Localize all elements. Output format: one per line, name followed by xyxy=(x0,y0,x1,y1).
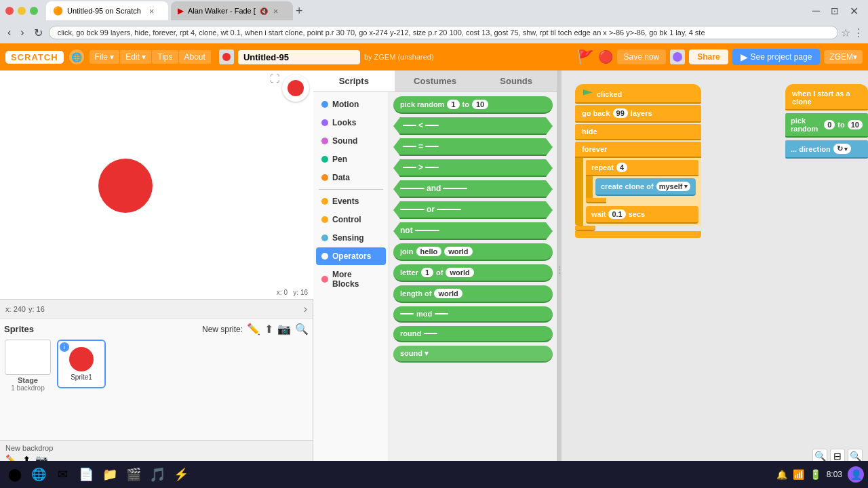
browser-address-row: ‹ › ↻ click, go bck 99 layers, hide, for… xyxy=(0,22,868,43)
browser-tab-active[interactable]: 🟠 Untitled-95 on Scratch × xyxy=(46,1,168,20)
block-create-clone[interactable]: create clone of myself ▾ xyxy=(595,178,696,196)
block-round[interactable]: round xyxy=(393,326,553,342)
paint-sprite-btn[interactable]: ✏️ xyxy=(247,323,260,336)
taskbar-files-btn[interactable]: 📁 xyxy=(99,464,121,485)
scratch-header: SCRATCH 🌐 File ▾ Edit ▾ Tips About by ZG… xyxy=(0,43,868,70)
block-less-than[interactable]: < xyxy=(393,117,553,135)
search-sprite-btn[interactable]: 🔍 xyxy=(295,323,309,336)
window-close-icon[interactable]: ✕ xyxy=(846,3,863,19)
save-now-button[interactable]: Save now xyxy=(617,49,667,64)
sprites-header: Sprites New sprite: ✏️ ⬆ 📷 🔍 xyxy=(4,323,309,336)
nav-file[interactable]: File ▾ xyxy=(90,50,120,64)
block-sound[interactable]: sound ▾ xyxy=(393,346,553,363)
tab2-close-icon[interactable]: × xyxy=(273,6,279,16)
taskbar-wifi-icon[interactable]: 📶 xyxy=(793,469,804,480)
block-not[interactable]: not xyxy=(393,222,553,240)
nav-tips[interactable]: Tips xyxy=(152,50,178,64)
block-letter-of[interactable]: letter 1 of world xyxy=(393,264,553,282)
stage-item[interactable]: Stage 1 backdrop xyxy=(4,340,52,392)
extensions-icon[interactable]: ⋮ xyxy=(853,26,864,39)
scratch-logo[interactable]: SCRATCH xyxy=(5,51,64,64)
close-window-btn[interactable] xyxy=(5,7,14,15)
globe-icon[interactable]: 🌐 xyxy=(69,49,84,64)
stage-thumb xyxy=(5,340,51,375)
tab1-close-icon[interactable]: × xyxy=(149,6,155,16)
see-project-button[interactable]: ▶ See project page xyxy=(732,49,821,65)
taskbar-docs-btn[interactable]: 📄 xyxy=(75,464,97,485)
minimize-window-btn[interactable] xyxy=(18,7,26,15)
project-name-input[interactable] xyxy=(238,50,360,64)
camera-sprite-btn[interactable]: 📷 xyxy=(277,323,291,336)
tab-costumes[interactable]: Costumes xyxy=(395,70,476,92)
block-go-back-layers[interactable]: go back 99 layers xyxy=(575,105,701,123)
block-mod[interactable]: mod xyxy=(393,306,553,323)
new-tab-button[interactable]: + xyxy=(293,4,306,18)
taskbar-music-btn[interactable]: 🎵 xyxy=(146,464,168,485)
block-join[interactable]: join hello world xyxy=(393,243,553,261)
user-badge[interactable]: ZGEM▾ xyxy=(824,50,863,64)
browser-tab-inactive[interactable]: ▶ Alan Walker - Fade [ 🔇 × xyxy=(171,1,293,20)
upload-sprite-btn[interactable]: ⬆ xyxy=(264,323,273,336)
taskbar-chrome-btn[interactable]: 🌐 xyxy=(28,464,50,485)
sprite1-dot xyxy=(69,347,94,371)
share-button[interactable]: Share xyxy=(689,49,728,64)
expand-arrow[interactable]: › xyxy=(304,303,307,315)
taskbar-avatar[interactable]: 👤 xyxy=(848,466,864,483)
cat-events[interactable]: Events xyxy=(316,192,386,210)
taskbar-time: 8:03 xyxy=(827,470,842,479)
block-pick-random[interactable]: pick random 1 to 10 xyxy=(393,96,553,114)
script-stack-1: clicked go back 99 layers hide forever xyxy=(575,84,701,238)
cat-control[interactable]: Control xyxy=(316,211,386,228)
window-minimize-icon[interactable]: ─ xyxy=(808,3,824,18)
bookmark-icon[interactable]: ☆ xyxy=(841,26,850,39)
green-flag-header[interactable]: 🚩 xyxy=(577,49,594,65)
blocks-panel: Motion Looks Sound Pen xyxy=(313,92,557,469)
stage-canvas: x: 0 y: 16 ⛶ xyxy=(0,70,313,300)
block-when-clicked[interactable]: clicked xyxy=(575,84,701,104)
sprites-list: Stage 1 backdrop i Sprite1 xyxy=(4,340,309,392)
taskbar-video-btn[interactable]: 🎬 xyxy=(123,464,144,485)
stage-name: Stage xyxy=(18,376,38,384)
window-restore-icon[interactable]: ⊡ xyxy=(827,4,843,18)
taskbar-games-btn[interactable]: ⚡ xyxy=(170,464,192,485)
reload-button[interactable]: ↻ xyxy=(31,25,46,41)
block-repeat[interactable]: repeat 4 create clone of xyxy=(586,160,698,203)
cat-operators[interactable]: Operators xyxy=(316,247,386,265)
nav-edit[interactable]: Edit ▾ xyxy=(120,50,151,64)
stage-expand-btn[interactable]: ⛶ xyxy=(270,73,279,84)
block-and[interactable]: and xyxy=(393,180,553,198)
cat-looks[interactable]: Looks xyxy=(316,114,386,131)
taskbar-gmail-btn[interactable]: ✉ xyxy=(52,464,73,485)
block-direction[interactable]: ... direction ↻ ▾ xyxy=(785,140,868,159)
block-length-of[interactable]: length of world xyxy=(393,285,553,303)
tab-scripts[interactable]: Scripts xyxy=(313,70,395,92)
block-equals[interactable]: = xyxy=(393,138,553,156)
block-forever[interactable]: forever repeat 4 xyxy=(575,142,701,238)
sprite1-item[interactable]: i Sprite1 xyxy=(57,340,106,388)
address-bar[interactable]: click, go bck 99 layers, hide, forever, … xyxy=(49,26,838,39)
tab-sounds[interactable]: Sounds xyxy=(475,70,557,92)
block-greater-than[interactable]: > xyxy=(393,159,553,177)
taskbar-notification-icon[interactable]: 🔔 xyxy=(776,470,787,480)
cat-motion[interactable]: Motion xyxy=(316,96,386,113)
back-button[interactable]: ‹ xyxy=(4,25,14,40)
stop-header[interactable]: 🔴 xyxy=(598,49,613,64)
taskbar-battery-icon[interactable]: 🔋 xyxy=(810,469,821,480)
cat-sound[interactable]: Sound xyxy=(316,132,386,150)
tab2-mute-icon[interactable]: 🔇 xyxy=(260,7,268,15)
forward-button[interactable]: › xyxy=(17,25,27,40)
block-or[interactable]: or xyxy=(393,201,553,219)
cat-data[interactable]: Data xyxy=(316,169,386,186)
block-pick-random-direction[interactable]: pick random 0 to 10 xyxy=(785,113,868,138)
cat-sensing[interactable]: Sensing xyxy=(316,229,386,247)
block-when-clone-hat[interactable]: when I start as a clone xyxy=(785,84,868,110)
taskbar-apps-btn[interactable]: ⬤ xyxy=(4,464,26,485)
cat-more-blocks[interactable]: More Blocks xyxy=(316,266,386,293)
user-avatar-icon xyxy=(670,49,685,64)
script-area[interactable]: clicked go back 99 layers hide forever xyxy=(561,70,868,469)
block-wait[interactable]: wait 0.1 secs xyxy=(586,206,698,224)
nav-about[interactable]: About xyxy=(179,50,211,64)
block-hide[interactable]: hide xyxy=(575,124,701,140)
maximize-window-btn[interactable] xyxy=(30,7,38,15)
cat-pen[interactable]: Pen xyxy=(316,150,386,168)
